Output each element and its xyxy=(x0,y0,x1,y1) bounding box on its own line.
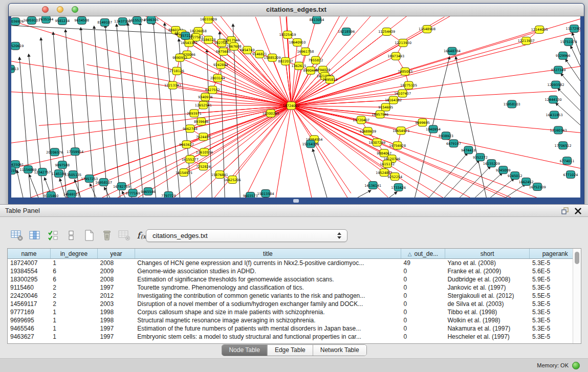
graph-node-yellow[interactable]: 9699695 xyxy=(415,119,430,126)
table-cell-in_degree[interactable]: 1 xyxy=(50,259,97,268)
table-cell-out_degree[interactable]: 49 xyxy=(401,259,445,268)
table-cell-in_degree[interactable]: 6 xyxy=(50,267,97,275)
table-cell-title[interactable]: Estimation of the future numbers of pati… xyxy=(135,324,401,333)
table-cell-out_degree[interactable]: 0 xyxy=(401,316,445,324)
table-cell-name[interactable]: 9777169 xyxy=(8,308,50,316)
table-row[interactable]: 977716911998Corpus callosum shape and si… xyxy=(8,308,581,316)
graph-node-teal[interactable]: 16782759 xyxy=(113,183,130,190)
table-row[interactable]: 946362711997Embryonic stem cells: a mode… xyxy=(8,333,581,341)
table-cell-year[interactable]: 2008 xyxy=(97,259,135,268)
table-cell-year[interactable]: 1997 xyxy=(97,283,135,292)
graph-node-teal[interactable]: 9245009 xyxy=(496,166,511,174)
table-cell-out_degree[interactable]: 0 xyxy=(401,283,445,292)
graph-node-yellow[interactable]: 12144035 xyxy=(531,26,548,33)
graph-node-yellow[interactable]: 19756928 xyxy=(389,142,406,149)
table-cell-short[interactable]: Tibbo et al. (1998) xyxy=(445,308,530,316)
table-cell-in_degree[interactable]: 1 xyxy=(50,324,97,333)
table-cell-year[interactable]: 2009 xyxy=(97,267,135,275)
table-cell-name[interactable]: 19384554 xyxy=(8,267,50,275)
table-row[interactable]: 1872400712008Changes of HCN gene express… xyxy=(8,259,581,268)
table-row[interactable]: 946554611997Estimation of the future num… xyxy=(8,324,581,333)
graph-node-yellow[interactable]: 18275105 xyxy=(400,81,417,89)
table-cell-short[interactable]: Nakamura et al. (1997) xyxy=(445,324,530,333)
graph-node-teal[interactable]: 13505135 xyxy=(64,171,81,179)
graph-node-teal[interactable]: 14136141 xyxy=(364,182,381,189)
graph-node-teal[interactable]: 15958103 xyxy=(504,100,520,108)
graph-node-yellow[interactable]: 11254439 xyxy=(378,28,395,35)
table-cell-year[interactable]: 2008 xyxy=(97,275,135,283)
graph-node-teal[interactable]: 1733426 xyxy=(391,184,406,191)
table-settings-icon[interactable] xyxy=(10,229,24,243)
table-cell-out_degree[interactable]: 0 xyxy=(401,275,445,283)
tab-node-table[interactable]: Node Table xyxy=(222,345,267,356)
column-header-title[interactable]: title xyxy=(135,249,401,259)
table-cell-name[interactable]: 9463627 xyxy=(8,333,50,341)
graph-node-teal[interactable]: 14569117 xyxy=(63,190,80,198)
network-canvas[interactable]: 1872400716033809182260589827503165433822… xyxy=(11,16,580,198)
graph-node-teal[interactable]: 9329966 xyxy=(556,52,571,59)
graph-node-teal[interactable]: 9115460 xyxy=(43,192,58,198)
graph-node-teal[interactable]: 9245012 xyxy=(508,172,522,180)
select-columns-icon[interactable] xyxy=(28,229,42,243)
graph-node-teal[interactable]: 12160343 xyxy=(550,126,567,134)
table-cell-out_degree[interactable]: 0 xyxy=(401,333,445,341)
table-cell-name[interactable]: 9465546 xyxy=(8,324,50,333)
graph-node-yellow[interactable]: 18164382 xyxy=(385,96,402,104)
graph-node-yellow[interactable]: 9154695 xyxy=(378,103,393,111)
graph-node-teal[interactable]: 9777169 xyxy=(125,189,140,197)
row-height-icon[interactable] xyxy=(64,229,78,243)
table-cell-short[interactable]: Stergiakouli et al. (2012) xyxy=(445,292,530,300)
table-cell-year[interactable]: 1997 xyxy=(97,333,135,341)
column-header-in_degree[interactable]: in_degree xyxy=(50,249,97,259)
float-panel-icon[interactable] xyxy=(561,207,569,214)
graph-node-teal[interactable]: 17706512 xyxy=(555,142,572,149)
table-cell-short[interactable]: Franke et al. (2009) xyxy=(445,267,530,275)
graph-node-teal[interactable]: 16648784 xyxy=(444,47,461,55)
table-cell-in_degree[interactable]: 1 xyxy=(50,308,97,316)
graph-node-teal[interactable]: 16155209 xyxy=(483,160,500,167)
column-header-year[interactable]: year xyxy=(97,249,135,259)
table-scrollbar[interactable] xyxy=(573,249,581,343)
table-cell-year[interactable]: 1998 xyxy=(97,316,135,324)
graph-node-teal[interactable]: 16431853 xyxy=(546,111,563,119)
table-cell-name[interactable]: 22420046 xyxy=(8,292,50,300)
graph-node-teal[interactable]: 1662452 xyxy=(519,178,534,186)
graph-node-teal[interactable]: 6479197 xyxy=(446,140,461,147)
table-cell-name[interactable]: 9699695 xyxy=(8,316,50,324)
table-scrollbar-thumb[interactable] xyxy=(575,252,579,264)
network-window-titlebar[interactable]: citations_edges.txt xyxy=(9,4,584,16)
graph-node-teal[interactable]: 1840954 xyxy=(426,125,441,133)
graph-node-yellow[interactable]: 9463627 xyxy=(179,141,194,148)
table-cell-name[interactable]: 14569117 xyxy=(8,300,50,308)
table-cell-in_degree[interactable]: 1 xyxy=(50,316,97,324)
graph-node-teal[interactable]: 9581234 xyxy=(55,17,70,25)
graph-node-yellow[interactable]: 8939646 xyxy=(194,118,209,125)
graph-node-yellow[interactable]: 9462748 xyxy=(183,125,198,133)
table-cell-year[interactable]: 2003 xyxy=(97,300,135,308)
table-cell-out_degree[interactable]: 0 xyxy=(401,300,445,308)
table-cell-short[interactable]: Wolkin et al. (1998) xyxy=(445,316,530,324)
column-header-out_degree[interactable]: △out_de... xyxy=(401,249,445,259)
graph-node-teal[interactable]: 9352272 xyxy=(473,154,488,161)
graph-node-teal[interactable]: 6774011 xyxy=(560,157,575,165)
table-cell-in_degree[interactable]: 1 xyxy=(50,333,97,341)
graph-node-teal[interactable]: 9474418 xyxy=(461,146,476,154)
table-cell-name[interactable]: 18724007 xyxy=(8,259,50,268)
table-cell-title[interactable]: Changes of HCN gene expression and I(f) … xyxy=(135,259,401,268)
table-cell-out_degree[interactable]: 0 xyxy=(401,292,445,300)
graph-node-teal[interactable]: 20206576 xyxy=(46,148,63,156)
table-cell-out_degree[interactable]: 0 xyxy=(401,308,445,316)
graph-node-teal[interactable]: 12093582 xyxy=(548,81,564,89)
graph-node-yellow[interactable]: 2803144 xyxy=(210,74,225,82)
table-cell-title[interactable]: Investigating the contribution of common… xyxy=(135,292,401,300)
table-row[interactable]: 1456911722003Disruption of a novel membe… xyxy=(8,300,581,308)
table-cell-short[interactable]: Jankovic et al. (1997) xyxy=(445,283,530,292)
graph-node-teal[interactable]: 8813054 xyxy=(310,16,324,24)
table-cell-name[interactable]: 9115460 xyxy=(8,283,50,292)
graph-node-teal[interactable]: 20520619 xyxy=(11,42,24,50)
column-visibility-icon[interactable] xyxy=(46,229,60,243)
table-cell-title[interactable]: Estimation of significance thresholds fo… xyxy=(135,275,401,283)
table-cell-title[interactable]: Genome-wide association studies in ADHD. xyxy=(135,267,401,275)
column-header-name[interactable]: name xyxy=(8,249,50,259)
memory-status-indicator[interactable] xyxy=(572,362,580,369)
